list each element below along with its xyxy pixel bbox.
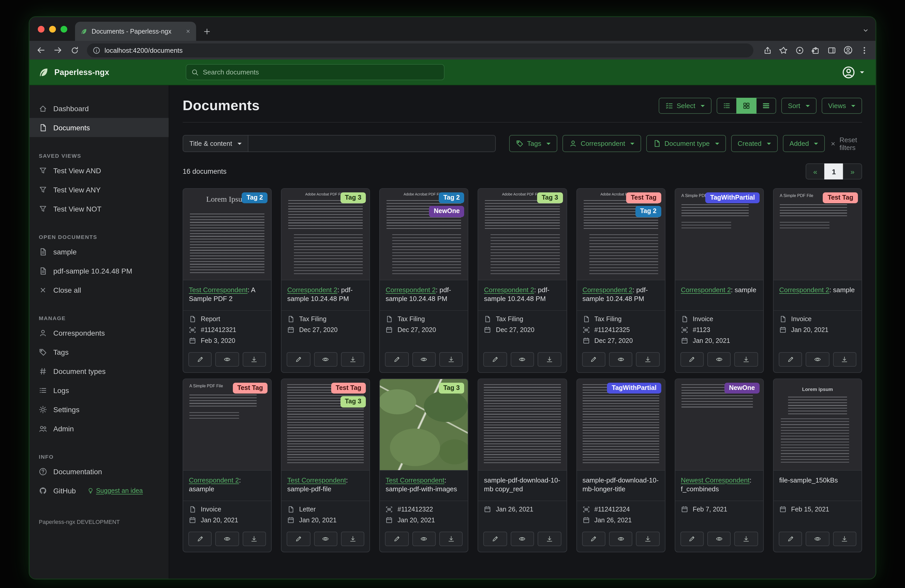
- edit-button[interactable]: [385, 352, 409, 367]
- download-button[interactable]: [636, 352, 660, 367]
- document-thumbnail[interactable]: Lorem ipsum: [773, 379, 862, 471]
- sidebar-item-settings[interactable]: Settings: [30, 400, 169, 419]
- tag-badge[interactable]: Tag 2: [438, 192, 464, 203]
- document-thumbnail[interactable]: Tag 3: [380, 379, 468, 471]
- preview-button[interactable]: [511, 532, 534, 546]
- select-button[interactable]: Select: [659, 98, 711, 114]
- pagination-next-button[interactable]: »: [843, 163, 862, 179]
- document-thumbnail[interactable]: Adobe Acrobat PDF FilesTest TagTag 2: [577, 189, 665, 280]
- pagination-page-1-button[interactable]: 1: [824, 163, 843, 179]
- edit-button[interactable]: [680, 532, 704, 546]
- tag-badge[interactable]: Test Tag: [823, 192, 858, 203]
- document-thumbnail[interactable]: NewOne: [675, 379, 763, 471]
- document-thumbnail[interactable]: A Simple PDF FileTagWithPartial: [675, 189, 763, 280]
- document-card[interactable]: TagWithPartialsample-pdf-download-10-mb-…: [576, 379, 665, 552]
- sidebar-item-close-all[interactable]: Close all: [30, 280, 169, 300]
- sidebar-item-document-types[interactable]: Document types: [30, 361, 169, 380]
- global-search[interactable]: [186, 64, 445, 80]
- sidebar-item-test-view-any[interactable]: Test View ANY: [30, 180, 169, 199]
- download-button[interactable]: [538, 532, 561, 546]
- address-bar[interactable]: localhost:4200/documents: [87, 43, 753, 57]
- document-card[interactable]: Adobe Acrobat PDF FilesTag 3Corresponden…: [478, 188, 567, 373]
- tag-badge[interactable]: NewOne: [429, 206, 464, 217]
- new-tab-button[interactable]: [203, 27, 211, 36]
- tag-badge[interactable]: NewOne: [724, 383, 760, 394]
- edit-button[interactable]: [287, 352, 310, 367]
- forward-button[interactable]: [53, 46, 63, 55]
- document-card[interactable]: A Simple PDF FileTest TagCorrespondent 2…: [773, 188, 862, 373]
- preview-button[interactable]: [609, 352, 633, 367]
- sidebar-item-correspondents[interactable]: Correspondents: [30, 323, 169, 342]
- tag-badge[interactable]: TagWithPartial: [705, 192, 760, 203]
- preview-button[interactable]: [707, 532, 731, 546]
- document-thumbnail[interactable]: TagWithPartial: [577, 379, 665, 471]
- sidebar-item-pdf-sample-10-24-48-pm[interactable]: pdf-sample 10.24.48 PM: [30, 261, 169, 280]
- preview-button[interactable]: [609, 532, 633, 546]
- document-correspondent-link[interactable]: Correspondent 2: [779, 286, 829, 294]
- tag-badge[interactable]: Test Tag: [233, 383, 268, 394]
- tag-badge[interactable]: Test Tag: [626, 192, 661, 203]
- download-button[interactable]: [735, 532, 758, 546]
- zoom-window-button[interactable]: [60, 26, 67, 33]
- edit-button[interactable]: [582, 532, 605, 546]
- side-panel-button[interactable]: [827, 46, 836, 55]
- browser-tab[interactable]: Documents - Paperless-ngx: [75, 22, 196, 41]
- download-button[interactable]: [439, 532, 463, 546]
- reading-list-button[interactable]: [795, 46, 804, 55]
- preview-button[interactable]: [314, 352, 337, 367]
- edit-button[interactable]: [188, 532, 212, 546]
- document-thumbnail[interactable]: A Simple PDF FileTest Tag: [773, 189, 862, 280]
- app-brand[interactable]: Paperless-ngx: [30, 67, 169, 78]
- download-button[interactable]: [243, 532, 266, 546]
- tag-badge[interactable]: Tag 3: [340, 396, 366, 407]
- close-window-button[interactable]: [38, 26, 44, 33]
- edit-button[interactable]: [385, 532, 409, 546]
- preview-button[interactable]: [216, 532, 239, 546]
- filter-created-button[interactable]: Created: [731, 135, 778, 152]
- filter-added-button[interactable]: Added: [783, 135, 825, 152]
- edit-button[interactable]: [582, 352, 605, 367]
- preview-button[interactable]: [412, 532, 436, 546]
- sidebar-item-documentation[interactable]: Documentation: [30, 462, 169, 481]
- sidebar-item-logs[interactable]: Logs: [30, 380, 169, 400]
- tag-badge[interactable]: Tag 2: [635, 206, 661, 217]
- filter-tags-button[interactable]: Tags: [509, 135, 557, 152]
- document-card[interactable]: Adobe Acrobat PDF FilesTag 2NewOneCorres…: [379, 188, 468, 373]
- document-thumbnail[interactable]: Adobe Acrobat PDF FilesTag 3: [281, 189, 370, 280]
- preview-button[interactable]: [806, 352, 829, 367]
- sidebar-item-documents[interactable]: Documents: [30, 118, 169, 137]
- tag-badge[interactable]: Test Tag: [331, 383, 366, 394]
- sidebar-item-admin[interactable]: Admin: [30, 419, 169, 438]
- document-card[interactable]: Lorem IpsumTag 2Test Correspondent: A Sa…: [183, 188, 272, 373]
- back-button[interactable]: [36, 46, 46, 55]
- views-button[interactable]: Views: [821, 98, 862, 114]
- preview-button[interactable]: [314, 532, 337, 546]
- edit-button[interactable]: [188, 352, 212, 367]
- document-correspondent-link[interactable]: Correspondent 2: [583, 286, 633, 294]
- tag-badge[interactable]: Tag 3: [340, 192, 366, 203]
- share-button[interactable]: [763, 46, 772, 55]
- sidebar-item-test-view-and[interactable]: Test View AND: [30, 161, 169, 180]
- sidebar-item-tags[interactable]: Tags: [30, 342, 169, 361]
- suggest-idea-link[interactable]: Suggest an idea: [87, 487, 143, 494]
- document-card[interactable]: Lorem ipsumfile-sample_150kBsFeb 15, 202…: [773, 379, 862, 552]
- filter-correspondent-button[interactable]: Correspondent: [562, 135, 641, 152]
- browser-menu-button[interactable]: [860, 46, 869, 55]
- title-content-dropdown[interactable]: Title & content: [183, 135, 248, 152]
- download-button[interactable]: [341, 352, 365, 367]
- download-button[interactable]: [636, 532, 660, 546]
- tab-search-chevron-icon[interactable]: [862, 27, 869, 34]
- document-correspondent-link[interactable]: Test Correspondent: [287, 476, 346, 484]
- view-toggle-grid-button[interactable]: [736, 98, 756, 114]
- document-correspondent-link[interactable]: Correspondent 2: [484, 286, 534, 294]
- document-card[interactable]: Adobe Acrobat PDF FilesTest TagTag 2Corr…: [576, 188, 665, 373]
- sidebar-item-github[interactable]: GitHubSuggest an idea: [30, 481, 169, 500]
- document-card[interactable]: A Simple PDF FileTagWithPartialCorrespon…: [675, 188, 764, 373]
- browser-profile-button[interactable]: [843, 46, 853, 55]
- bookmark-star-button[interactable]: [779, 46, 788, 55]
- tag-badge[interactable]: Tag 3: [537, 192, 563, 203]
- document-correspondent-link[interactable]: Correspondent 2: [287, 286, 337, 294]
- document-card[interactable]: Test TagTag 3Test Correspondent: sample-…: [281, 379, 370, 552]
- edit-button[interactable]: [287, 532, 310, 546]
- site-info-icon[interactable]: [93, 46, 100, 54]
